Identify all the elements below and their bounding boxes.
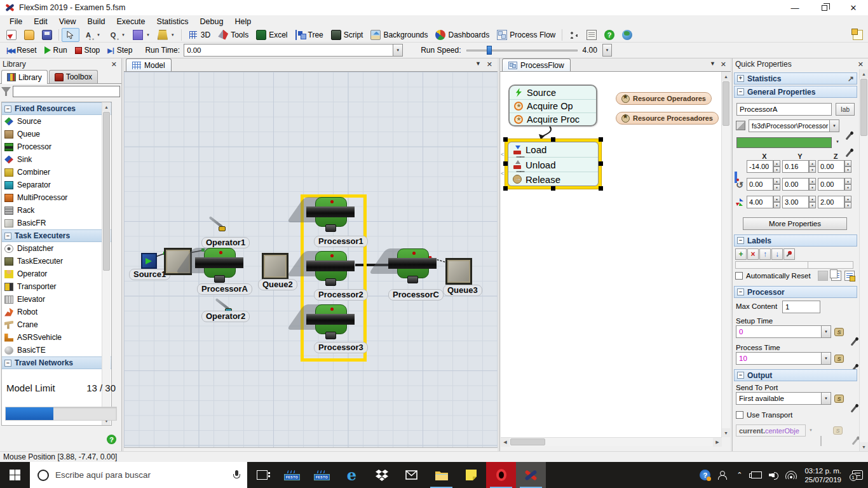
scroll-thumb[interactable] xyxy=(510,438,545,445)
taskbar-search[interactable]: Escribe aquí para buscar xyxy=(30,462,247,488)
slider-thumb[interactable] xyxy=(487,46,492,55)
sticky-notes-button[interactable] xyxy=(456,462,486,488)
spinner[interactable]: ▲▼ xyxy=(809,160,816,173)
resize-handle[interactable] xyxy=(599,137,603,142)
processflow-vscrollbar[interactable]: ▲ ▼ xyxy=(721,72,730,437)
section-task-executers[interactable]: − Task Executers xyxy=(2,229,111,242)
opera-button[interactable] xyxy=(486,462,516,488)
activity-row[interactable]: Unload xyxy=(508,157,598,172)
setup-time-dropdown[interactable]: ▼ xyxy=(822,325,831,338)
resize-handle[interactable] xyxy=(551,137,555,142)
hidden-icons-button[interactable]: ⌃ xyxy=(731,462,748,488)
dropdown-arrow-icon[interactable]: ▼ xyxy=(171,33,175,37)
code-template-icon[interactable]: S xyxy=(834,328,844,336)
delete-label-button[interactable]: × xyxy=(747,248,759,260)
general-properties-header[interactable]: − General Properties xyxy=(734,86,857,98)
scroll-thumb[interactable] xyxy=(103,112,110,271)
queue2-object[interactable] xyxy=(262,253,288,280)
resize-handle[interactable] xyxy=(599,161,603,166)
model-tab[interactable]: Model xyxy=(126,58,172,71)
library-item[interactable]: Crane xyxy=(2,318,111,331)
tab-dropdown-icon[interactable]: ▼ xyxy=(710,60,715,67)
color-tool-button[interactable]: ▼ xyxy=(129,28,154,42)
tab-close-icon[interactable]: ✕ xyxy=(487,60,492,69)
expand-icon[interactable]: + xyxy=(737,75,744,82)
processor-header[interactable]: − Processor xyxy=(734,286,857,298)
resize-handle[interactable] xyxy=(503,137,508,142)
activity-row[interactable]: Release xyxy=(508,172,598,186)
toolbar-button[interactable]: Tools xyxy=(214,28,252,42)
task-view-button[interactable] xyxy=(247,462,277,488)
reset-button[interactable]: |◀◀Reset xyxy=(3,43,41,57)
flexsim-taskbar-button[interactable] xyxy=(516,462,546,488)
connect-a-tool-button[interactable]: A▼ xyxy=(79,28,104,42)
stop-button[interactable]: Stop xyxy=(71,43,104,57)
pin-label-button[interactable] xyxy=(783,248,795,260)
tab-close-icon[interactable]: ✕ xyxy=(721,60,726,69)
resource-block[interactable]: Resource Procesadores xyxy=(616,112,719,125)
menu-item[interactable]: Debug xyxy=(194,15,229,27)
quick-properties-close-icon[interactable]: ✕ xyxy=(856,60,865,69)
microphone-icon[interactable] xyxy=(233,470,240,480)
processor3-object[interactable] xyxy=(306,304,355,340)
collapse-icon[interactable]: − xyxy=(4,360,11,367)
dropbox-button[interactable] xyxy=(367,462,397,488)
collapse-icon[interactable]: − xyxy=(737,88,744,95)
processorc-object[interactable] xyxy=(388,248,437,284)
spinner[interactable]: ▲▼ xyxy=(773,160,780,173)
send-to-port-field[interactable]: First available xyxy=(736,392,822,405)
toolbar-button[interactable]: Backgrounds xyxy=(367,28,431,42)
shape-combo-field[interactable]: fs3d\Processor\Processor xyxy=(749,119,830,132)
output-header[interactable]: − Output xyxy=(734,369,857,381)
process-time-field[interactable]: 10 xyxy=(736,352,822,365)
highlight-tool-button[interactable]: ▼ xyxy=(154,28,179,42)
move-down-button[interactable]: ↓ xyxy=(771,248,783,260)
tab-dropdown-icon[interactable]: ▼ xyxy=(475,60,481,67)
pointer-tool-button[interactable] xyxy=(62,28,79,42)
pen-settings-button[interactable] xyxy=(748,462,765,488)
dropdown-arrow-icon[interactable]: ▼ xyxy=(146,33,150,37)
library-scrollbar[interactable]: ▲ ▼ xyxy=(102,102,111,425)
rename-button[interactable]: Iab xyxy=(836,103,855,116)
collapse-icon[interactable]: − xyxy=(4,105,11,112)
collapse-icon[interactable]: − xyxy=(737,237,744,244)
toolbar-button[interactable]: 3D xyxy=(184,28,214,42)
festo-app-button[interactable]: FESTO xyxy=(307,462,337,488)
step-button[interactable]: ▶|Step xyxy=(104,43,136,57)
people-button[interactable] xyxy=(714,462,731,488)
menu-item[interactable]: Build xyxy=(82,15,111,27)
edge-button[interactable]: e xyxy=(337,462,367,488)
network-button[interactable] xyxy=(782,462,799,488)
library-item[interactable]: Combiner xyxy=(2,166,111,179)
collapse-icon[interactable]: − xyxy=(4,233,11,240)
library-item[interactable]: MultiProcessor xyxy=(2,191,111,204)
popout-arrow-icon[interactable]: ↗ xyxy=(848,74,854,83)
processflow-tab[interactable]: ProcessFlow xyxy=(502,58,571,71)
scroll-up-icon[interactable]: ▲ xyxy=(860,69,868,78)
more-properties-button[interactable]: More Properties xyxy=(743,217,847,230)
save-button[interactable] xyxy=(38,28,56,42)
rotation-field[interactable]: 0.00 xyxy=(782,178,809,191)
start-button[interactable] xyxy=(0,462,30,488)
scroll-thumb[interactable] xyxy=(860,79,867,136)
help-tray-button[interactable]: ? xyxy=(696,462,714,488)
activity-row[interactable]: Acquire Proc xyxy=(510,112,596,126)
spinner[interactable]: ▲▼ xyxy=(773,196,780,208)
object-name-field[interactable]: ProcessorA xyxy=(736,103,832,116)
section-travel-networks[interactable]: − Travel Networks xyxy=(2,356,111,369)
resize-handle[interactable] xyxy=(551,186,555,191)
max-content-field[interactable]: 1 xyxy=(782,301,820,313)
menu-item[interactable]: Statistics xyxy=(151,15,194,27)
model-3d-canvas[interactable]: Source1 Operator1 ProcessorA Operator2 Q… xyxy=(124,72,498,448)
processora-object[interactable] xyxy=(194,248,244,283)
taskbar-clock[interactable]: 03:12 p. m. 25/07/2019 xyxy=(799,466,846,484)
resource-block[interactable]: Resource Operadores xyxy=(616,92,712,105)
library-tab[interactable]: Toolbox xyxy=(49,70,98,83)
library-tab[interactable]: Library xyxy=(1,70,48,84)
rotation-field[interactable]: 0.00 xyxy=(818,178,844,191)
menu-item[interactable]: Execute xyxy=(111,15,151,27)
mail-button[interactable] xyxy=(397,462,426,488)
activity-block-selected[interactable]: Load Unload Release xyxy=(505,139,602,189)
close-button[interactable]: ✕ xyxy=(839,0,868,15)
paste-labels-icon[interactable] xyxy=(844,271,855,281)
